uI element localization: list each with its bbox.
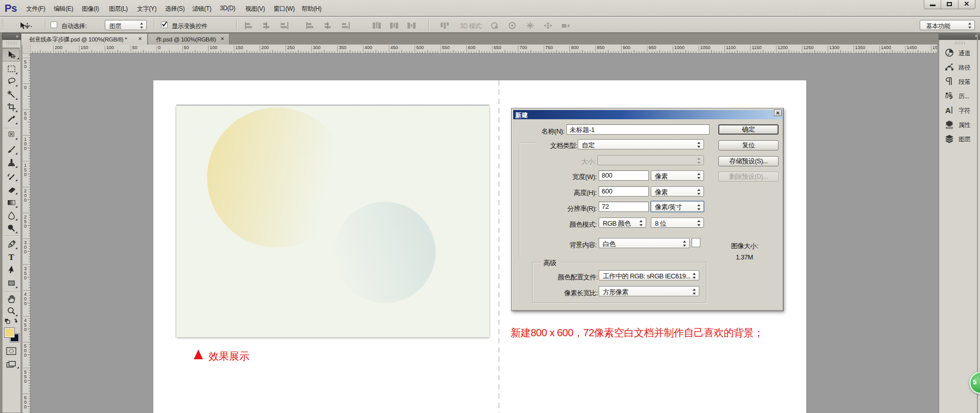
svg-text:550: 550 bbox=[442, 45, 450, 50]
svg-text:0: 0 bbox=[24, 146, 27, 151]
svg-text:1150: 1150 bbox=[752, 45, 762, 50]
svg-text:0: 0 bbox=[24, 301, 27, 306]
svg-text:300: 300 bbox=[313, 45, 321, 50]
svg-text:0: 0 bbox=[24, 172, 27, 177]
svg-text:0: 0 bbox=[158, 45, 161, 50]
svg-text:0: 0 bbox=[24, 353, 27, 358]
svg-text:900: 900 bbox=[623, 45, 630, 50]
svg-text:750: 750 bbox=[545, 45, 553, 50]
svg-text:0: 0 bbox=[24, 224, 27, 229]
svg-text:400: 400 bbox=[364, 45, 372, 50]
svg-text:0: 0 bbox=[24, 64, 27, 69]
svg-text:100: 100 bbox=[106, 45, 114, 50]
svg-text:350: 350 bbox=[339, 45, 347, 50]
svg-text:200: 200 bbox=[261, 45, 269, 50]
svg-text:1350: 1350 bbox=[855, 45, 865, 50]
svg-text:950: 950 bbox=[649, 45, 656, 50]
svg-text:600: 600 bbox=[468, 45, 475, 50]
svg-text:1100: 1100 bbox=[726, 45, 736, 50]
svg-text:700: 700 bbox=[519, 45, 527, 50]
svg-text:0: 0 bbox=[24, 275, 27, 280]
svg-text:1400: 1400 bbox=[881, 45, 891, 50]
svg-text:150: 150 bbox=[81, 45, 88, 50]
svg-text:1450: 1450 bbox=[907, 45, 917, 50]
svg-text:100: 100 bbox=[210, 45, 217, 50]
svg-text:500: 500 bbox=[416, 45, 424, 50]
svg-text:800: 800 bbox=[571, 45, 579, 50]
svg-text:0: 0 bbox=[24, 379, 27, 384]
svg-text:1050: 1050 bbox=[700, 45, 711, 50]
svg-text:T: T bbox=[9, 253, 14, 262]
svg-text:1200: 1200 bbox=[778, 45, 788, 50]
svg-text:450: 450 bbox=[391, 45, 398, 50]
svg-text:0: 0 bbox=[24, 327, 27, 332]
svg-text:0: 0 bbox=[24, 198, 27, 203]
svg-text:1500: 1500 bbox=[932, 45, 937, 50]
svg-text:850: 850 bbox=[597, 45, 605, 50]
svg-text:A: A bbox=[945, 106, 951, 115]
svg-text:1250: 1250 bbox=[804, 45, 814, 50]
svg-text:650: 650 bbox=[494, 45, 502, 50]
svg-text:5: 5 bbox=[949, 94, 952, 100]
svg-text:50: 50 bbox=[132, 45, 138, 50]
svg-text:1000: 1000 bbox=[674, 45, 685, 50]
svg-text:0: 0 bbox=[24, 85, 27, 90]
svg-text:0: 0 bbox=[24, 249, 27, 254]
svg-text:0: 0 bbox=[24, 404, 27, 409]
svg-text:200: 200 bbox=[55, 45, 62, 50]
svg-text:1300: 1300 bbox=[829, 45, 839, 50]
svg-text:150: 150 bbox=[236, 45, 243, 50]
svg-text:50: 50 bbox=[184, 45, 189, 50]
svg-text:250: 250 bbox=[287, 45, 295, 50]
svg-text:0: 0 bbox=[24, 116, 27, 121]
